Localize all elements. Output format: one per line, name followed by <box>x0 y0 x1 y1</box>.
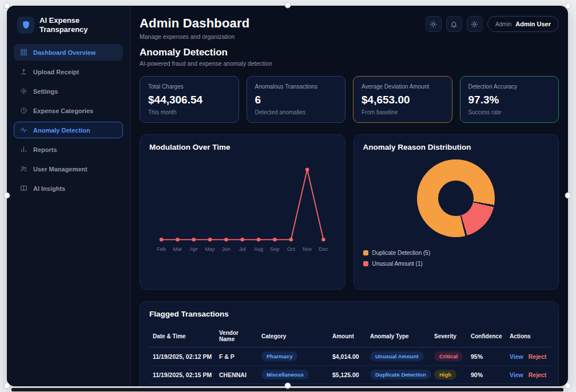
cell-confidence: 90% <box>467 366 506 384</box>
gear-icon <box>20 87 27 95</box>
svg-text:May: May <box>205 246 215 252</box>
sidebar-item-label: Expense Categories <box>33 107 93 114</box>
reject-link[interactable]: Reject <box>529 353 547 360</box>
line-chart-card: Modulation Over Time FebMarAprMayJunJulA… <box>140 134 345 290</box>
sidebar-item-label: AI Insights <box>33 185 65 192</box>
category-badge: Pharmacy <box>261 351 297 361</box>
cell-anomaly-type: Duplicate Detection <box>367 366 431 384</box>
legend-label: Unusual Amount (1) <box>372 261 423 267</box>
reject-link[interactable]: Reject <box>529 371 547 378</box>
user-name: Admin User <box>515 21 551 27</box>
stat-card: Total Charges $44,306.54 This month <box>140 76 239 123</box>
main-content: Admin Dashboard Manage expenses and orga… <box>130 6 568 386</box>
sidebar-item-expense-categories[interactable]: Expense Categories <box>14 102 123 119</box>
col-confidence: Confidence <box>467 325 506 347</box>
stat-value: $4,653.00 <box>362 94 444 106</box>
theme-toggle-button[interactable] <box>426 16 442 32</box>
transactions-table: Date & Time Vendor Name Category Amount … <box>149 325 551 386</box>
cell-anomaly-type: Unusual Amount <box>367 347 431 366</box>
selection-handle-right-middle[interactable] <box>565 193 571 199</box>
upload-icon <box>20 68 27 75</box>
stat-value: 97.3% <box>468 94 551 106</box>
table-row: 11/19/2025, 02:12 PMF & PPharmacy$4,014.… <box>149 347 551 366</box>
donut-legend: Duplicate Detection (5) Unusual Amount (… <box>363 250 550 267</box>
cell-datetime: 11/19/2025, 02:18 PM <box>149 384 216 387</box>
donut-chart-card: Anomaly Reason Distribution Duplicate De… <box>353 134 559 290</box>
category-badge: Miscellaneous <box>261 370 309 379</box>
bar-chart-icon <box>20 146 27 153</box>
view-link[interactable]: View <box>510 371 523 378</box>
flagged-transactions-card: Flagged Transactions Date & Time Vendor … <box>140 301 559 386</box>
sidebar-item-label: Upload Receipt <box>33 69 79 75</box>
table-row: 11/19/2025, 02:15 PMCHENNAIMiscellaneous… <box>149 366 551 384</box>
sidebar-item-ai-insights[interactable]: AI Insights <box>14 180 123 197</box>
sidebar-item-user-management[interactable]: User Management <box>14 161 123 177</box>
cell-amount: $5,626.00 <box>329 384 367 387</box>
col-actions: Actions <box>506 325 551 347</box>
cell-actions: ViewReject <box>506 347 551 366</box>
table-header: Date & Time Vendor Name Category Amount … <box>149 325 551 347</box>
charts-row: Modulation Over Time FebMarAprMayJunJulA… <box>140 134 559 290</box>
selection-handle-bottom-left[interactable] <box>4 383 10 389</box>
legend-item: Unusual Amount (1) <box>363 261 550 267</box>
legend-swatch <box>363 250 368 255</box>
col-severity: Severity <box>431 325 467 347</box>
svg-text:Feb: Feb <box>157 246 166 252</box>
cell-confidence: 90% <box>467 384 506 387</box>
page-subtitle: Manage expenses and organization <box>140 33 249 40</box>
cell-category: Telecommunications <box>258 384 329 387</box>
svg-text:Mar: Mar <box>173 246 182 252</box>
sidebar-item-label: Settings <box>33 88 58 95</box>
sidebar-item-label: User Management <box>33 166 88 173</box>
cell-anomaly-type: Duplicate Detection <box>367 384 431 387</box>
sidebar-item-reports[interactable]: Reports <box>14 141 123 158</box>
stat-label: Detection Accuracy <box>468 83 551 90</box>
svg-text:Sep: Sep <box>270 246 279 252</box>
sidebar-item-dashboard-overview[interactable]: Dashboard Overview <box>14 44 123 61</box>
cell-actions: ViewReject <box>506 366 551 384</box>
selection-handle-left-middle[interactable] <box>4 193 10 199</box>
grid-icon <box>20 49 27 56</box>
bell-icon <box>450 21 458 28</box>
cell-severity: Critical <box>431 347 467 366</box>
notifications-button[interactable] <box>446 16 462 32</box>
cell-confidence: 95% <box>467 347 506 366</box>
cell-amount: $4,014.00 <box>329 347 367 366</box>
svg-text:Aug: Aug <box>254 246 263 252</box>
selection-handle-bottom-right[interactable] <box>565 383 571 389</box>
stat-card: Detection Accuracy 97.3% Success rate <box>460 76 559 123</box>
table-row: 11/19/2025, 02:18 PM##NDTelecommunicatio… <box>149 384 551 387</box>
anomaly-type-badge: Unusual Amount <box>370 351 424 361</box>
selection-handle-top-left[interactable] <box>4 3 10 9</box>
cell-vendor: CHENNAI <box>216 366 258 384</box>
line-chart: FebMarAprMayJunJulAugSepOctNovDec <box>149 154 336 271</box>
topbar: Admin Dashboard Manage expenses and orga… <box>140 16 559 40</box>
cell-severity: High <box>431 384 467 387</box>
settings-button[interactable] <box>467 16 483 32</box>
sidebar-item-settings[interactable]: Settings <box>14 83 123 99</box>
app-logo: AI Expense Transparency <box>14 15 123 39</box>
book-icon <box>20 185 27 192</box>
view-link[interactable]: View <box>510 353 523 360</box>
section-header: Anomaly Detection AI-powered fraud and e… <box>140 47 559 67</box>
anomaly-type-badge: Duplicate Detection <box>370 370 431 379</box>
stat-card: Anomalous Transactions 6 Detected anomal… <box>247 76 346 123</box>
sidebar-item-anomaly-detection[interactable]: Anomaly Detection <box>14 122 123 138</box>
stat-card: Average Deviation Amount $4,653.00 From … <box>353 76 452 123</box>
cell-vendor: ##ND <box>216 384 258 387</box>
stat-caption: This month <box>148 109 231 115</box>
stat-label: Total Charges <box>148 83 231 90</box>
stat-value: $44,306.54 <box>148 94 231 106</box>
stat-value: 6 <box>255 94 337 106</box>
legend-item: Duplicate Detection (5) <box>363 250 550 256</box>
selection-handle-top-right[interactable] <box>565 3 571 9</box>
selection-handle-bottom-center[interactable] <box>285 383 291 389</box>
col-anomaly-type: Anomaly Type <box>367 325 431 347</box>
cell-category: Miscellaneous <box>258 366 329 384</box>
sidebar-item-upload-receipt[interactable]: Upload Receipt <box>14 63 123 80</box>
col-category: Category <box>258 325 329 347</box>
selection-handle-top-center[interactable] <box>285 2 291 9</box>
sun-icon <box>430 21 437 28</box>
user-menu-button[interactable]: Admin Admin User <box>487 16 559 32</box>
clock-icon <box>20 107 27 114</box>
